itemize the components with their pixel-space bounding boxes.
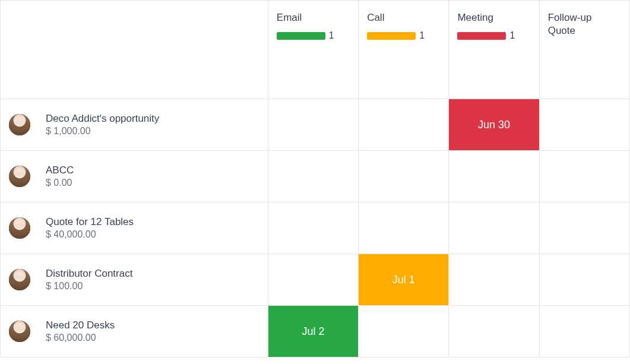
record-amount: $ 60,000.00 (46, 333, 115, 343)
header-progress[interactable]: 1 (367, 30, 425, 41)
avatar[interactable] (9, 166, 30, 187)
record-amount: $ 40,000.00 (46, 229, 134, 240)
activity-cell-followup[interactable] (539, 151, 629, 202)
activity-cell-followup[interactable] (539, 306, 629, 357)
activity-cell-call[interactable] (359, 151, 449, 202)
header-label: Meeting (457, 11, 493, 24)
activity-cell-email[interactable] (268, 254, 358, 306)
activity-cell-email[interactable] (268, 99, 358, 151)
progress-bar (457, 32, 506, 40)
header-label: Follow-up Quote (548, 11, 613, 37)
avatar[interactable] (9, 321, 30, 342)
activity-cell-email[interactable]: Jul 2 (268, 306, 358, 357)
progress-count: 1 (419, 30, 425, 41)
activity-table: Email 1 Call 1 Meeting (0, 0, 630, 357)
record-cell[interactable]: Need 20 Desks $ 60,000.00 (1, 306, 268, 357)
record-amount: $ 1,000.00 (46, 126, 159, 137)
header-meeting[interactable]: Meeting 1 (449, 1, 539, 99)
record-title: ABCC (46, 164, 74, 176)
activity-cell-meeting[interactable] (449, 202, 539, 254)
activity-cell-meeting[interactable]: Jun 30 (449, 99, 539, 151)
progress-count: 1 (329, 30, 334, 41)
progress-count: 1 (509, 30, 515, 41)
record-cell[interactable]: Distributor Contract $ 100.00 (1, 254, 268, 305)
activity-grid: Email 1 Call 1 Meeting (0, 0, 630, 364)
activity-badge[interactable]: Jun 30 (449, 99, 539, 150)
activity-badge[interactable]: Jul 1 (359, 254, 448, 305)
activity-cell-call[interactable]: Jul 1 (359, 254, 449, 306)
activity-cell-call[interactable] (359, 202, 449, 254)
record-title: Need 20 Desks (46, 319, 115, 331)
header-empty (1, 1, 268, 99)
activity-cell-followup[interactable] (539, 99, 629, 151)
table-row[interactable]: Distributor Contract $ 100.00 Jul 1 (1, 254, 630, 306)
header-call[interactable]: Call 1 (359, 1, 449, 99)
activity-cell-email[interactable] (268, 202, 358, 254)
progress-bar (277, 32, 325, 40)
table-row[interactable]: ABCC $ 0.00 (1, 151, 630, 202)
record-title: Deco Addict's opportunity (46, 113, 159, 125)
progress-bar (367, 32, 416, 40)
record-amount: $ 100.00 (46, 281, 132, 292)
avatar[interactable] (9, 217, 30, 239)
activity-cell-meeting[interactable] (449, 254, 539, 306)
activity-cell-meeting[interactable] (449, 151, 539, 202)
avatar[interactable] (9, 114, 30, 135)
activity-cell-call[interactable] (359, 306, 449, 357)
record-cell[interactable]: ABCC $ 0.00 (1, 151, 268, 202)
activity-cell-email[interactable] (268, 151, 358, 202)
header-progress[interactable]: 1 (277, 30, 334, 41)
header-label: Email (277, 11, 302, 24)
activity-cell-followup[interactable] (539, 254, 629, 306)
avatar[interactable] (9, 269, 30, 290)
record-title: Quote for 12 Tables (46, 216, 134, 228)
activity-badge[interactable]: Jul 2 (268, 306, 358, 357)
header-email[interactable]: Email 1 (268, 1, 358, 99)
activity-cell-meeting[interactable] (449, 306, 539, 357)
header-label: Call (367, 11, 384, 24)
table-row[interactable]: Quote for 12 Tables $ 40,000.00 (1, 202, 630, 254)
record-cell[interactable]: Quote for 12 Tables $ 40,000.00 (1, 202, 268, 254)
table-row[interactable]: Deco Addict's opportunity $ 1,000.00 Jun… (1, 99, 630, 151)
activity-cell-followup[interactable] (539, 202, 629, 254)
record-amount: $ 0.00 (46, 178, 74, 188)
header-row: Email 1 Call 1 Meeting (1, 1, 630, 99)
header-followup-quote[interactable]: Follow-up Quote (539, 1, 629, 99)
table-row[interactable]: Need 20 Desks $ 60,000.00 Jul 2 (1, 306, 630, 357)
header-progress[interactable]: 1 (457, 30, 515, 41)
activity-cell-call[interactable] (359, 99, 449, 151)
record-cell[interactable]: Deco Addict's opportunity $ 1,000.00 (1, 99, 268, 150)
record-title: Distributor Contract (46, 268, 132, 280)
